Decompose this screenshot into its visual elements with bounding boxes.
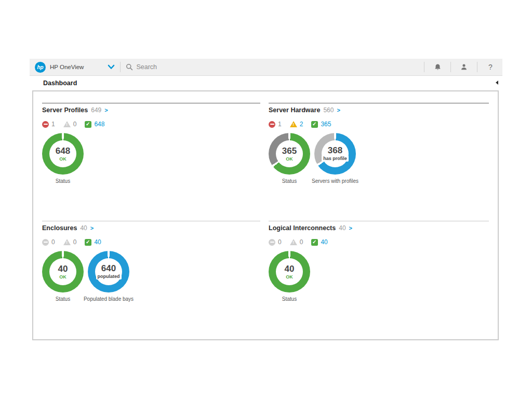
status-summary-row: 0 0 40 xyxy=(42,238,260,246)
ok-count: 648 xyxy=(94,121,104,128)
section-server-profiles: Server Profiles 649 > 1 0 648 648 xyxy=(42,103,260,184)
ok-status[interactable]: 40 xyxy=(85,238,101,246)
user-account-icon[interactable] xyxy=(456,63,472,71)
donut-sub-label: has profile xyxy=(322,155,349,162)
status-summary-row: 1 0 648 xyxy=(42,121,260,128)
ok-check-icon xyxy=(85,121,91,128)
donut-sub-label: OK xyxy=(286,274,293,280)
search-box[interactable] xyxy=(126,63,419,71)
ok-status[interactable]: 40 xyxy=(311,238,327,246)
ok-count: 40 xyxy=(321,238,327,246)
status-donut-block: 365 OK Status xyxy=(269,133,310,184)
section-count: 649 xyxy=(91,107,101,114)
critical-icon xyxy=(42,121,49,128)
donut-value: 365 xyxy=(282,147,297,155)
donut-caption: Status xyxy=(282,178,297,184)
section-logical-interconnects: Logical Interconnects 40 > 0 0 40 40 xyxy=(269,221,489,302)
critical-icon xyxy=(269,239,275,246)
ok-check-icon xyxy=(85,239,91,246)
section-link-arrow-icon[interactable]: > xyxy=(104,107,108,113)
ok-check-icon xyxy=(311,239,318,246)
warning-icon xyxy=(63,121,71,127)
warning-icon xyxy=(63,239,71,245)
section-title[interactable]: Logical Interconnects xyxy=(269,224,336,232)
status-donut-chart[interactable]: 40 OK xyxy=(42,251,84,292)
donut-sub-label: OK xyxy=(286,156,293,162)
status-donut-block: 648 OK Status xyxy=(42,133,84,184)
critical-count: 1 xyxy=(278,121,282,128)
section-link-arrow-icon[interactable]: > xyxy=(349,225,352,231)
critical-status[interactable]: 1 xyxy=(42,121,55,128)
critical-icon xyxy=(269,121,275,128)
ok-count: 365 xyxy=(321,121,331,128)
donut-caption: Status xyxy=(282,296,297,302)
donut-sub-label: OK xyxy=(59,274,66,280)
warning-status[interactable]: 2 xyxy=(290,121,303,128)
search-input[interactable] xyxy=(136,63,292,71)
status-donut-block: 40 OK Status xyxy=(269,251,310,302)
app-name: HP OneView xyxy=(50,64,84,70)
header-divider xyxy=(424,62,424,72)
header-divider xyxy=(120,62,121,72)
donut-value: 40 xyxy=(58,264,68,273)
warning-status[interactable]: 0 xyxy=(290,238,303,246)
status-donut-chart[interactable]: 648 OK xyxy=(42,133,84,175)
page-title: Dashboard xyxy=(43,79,77,87)
status-donut-chart[interactable]: 40 OK xyxy=(269,251,310,292)
donut-sub-label: populated xyxy=(96,273,122,280)
section-title[interactable]: Server Profiles xyxy=(42,107,88,114)
donut-value: 40 xyxy=(285,264,295,273)
section-count: 40 xyxy=(80,224,87,232)
donut-value: 648 xyxy=(56,147,70,155)
donut-sub-label: OK xyxy=(59,156,66,162)
section-link-arrow-icon[interactable]: > xyxy=(90,225,94,231)
section-count: 40 xyxy=(339,224,345,232)
ok-status[interactable]: 648 xyxy=(85,121,104,128)
donut-caption: Status xyxy=(56,178,70,184)
warning-count: 0 xyxy=(73,121,77,128)
warning-icon xyxy=(290,121,297,127)
populated-bays-donut-block: 640 populated Populated blade bays xyxy=(88,251,129,302)
header-divider xyxy=(450,62,451,72)
donut-value: 640 xyxy=(101,264,116,273)
ok-count: 40 xyxy=(94,238,101,246)
help-icon[interactable]: ? xyxy=(483,63,498,71)
search-icon xyxy=(126,63,133,71)
app-menu-chevron-down-icon[interactable] xyxy=(108,64,115,70)
section-enclosures: Enclosures 40 > 0 0 40 40 xyxy=(42,221,260,302)
page-title-bar: Dashboard xyxy=(30,76,502,90)
notifications-bell-icon[interactable] xyxy=(430,63,445,71)
warning-icon xyxy=(290,239,297,245)
profiles-donut-block: 368 has profile Servers with profiles xyxy=(314,133,356,184)
warning-status[interactable]: 0 xyxy=(63,121,77,128)
warning-count: 2 xyxy=(300,121,303,128)
donut-caption: Status xyxy=(56,296,70,302)
section-title[interactable]: Enclosures xyxy=(42,224,77,232)
status-summary-row: 1 2 365 xyxy=(269,121,489,128)
warning-status[interactable]: 0 xyxy=(63,238,77,246)
app-header: hp HP OneView xyxy=(30,59,502,76)
hp-logo: hp xyxy=(35,62,46,73)
critical-status[interactable]: 0 xyxy=(269,238,282,246)
critical-status[interactable]: 1 xyxy=(269,121,282,128)
status-donut-chart[interactable]: 365 OK xyxy=(269,133,310,175)
donut-value: 368 xyxy=(328,146,342,155)
header-actions: ? xyxy=(419,62,498,72)
collapse-panel-arrow-icon[interactable] xyxy=(496,81,498,85)
critical-count: 0 xyxy=(278,238,282,246)
donut-caption: Servers with profiles xyxy=(312,178,358,184)
critical-count: 1 xyxy=(51,121,55,128)
header-divider xyxy=(477,62,477,72)
ok-status[interactable]: 365 xyxy=(311,121,331,128)
critical-icon xyxy=(42,239,49,246)
servers-with-profiles-donut-chart[interactable]: 368 has profile xyxy=(314,133,356,175)
donut-caption: Populated blade bays xyxy=(84,296,134,302)
status-summary-row: 0 0 40 xyxy=(269,238,489,246)
section-title[interactable]: Server Hardware xyxy=(269,107,320,114)
status-donut-block: 40 OK Status xyxy=(42,251,84,302)
critical-status[interactable]: 0 xyxy=(42,238,55,246)
section-link-arrow-icon[interactable]: > xyxy=(337,107,340,113)
populated-blade-bays-donut-chart[interactable]: 640 populated xyxy=(88,251,129,292)
warning-count: 0 xyxy=(300,238,303,246)
dashboard-panel: Server Profiles 649 > 1 0 648 648 xyxy=(32,90,499,340)
